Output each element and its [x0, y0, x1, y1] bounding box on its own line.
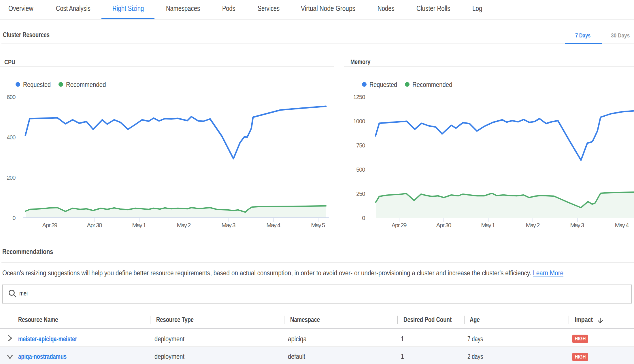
svg-text:May 5: May 5 [311, 222, 325, 228]
svg-text:Apr 30: Apr 30 [87, 222, 102, 228]
svg-text:0: 0 [12, 215, 16, 221]
svg-text:500: 500 [356, 166, 365, 173]
svg-text:May 3: May 3 [222, 222, 236, 228]
svg-text:Apr 29: Apr 29 [392, 222, 407, 228]
svg-text:200: 200 [7, 175, 16, 181]
svg-text:250: 250 [356, 191, 365, 197]
svg-text:May 4: May 4 [615, 222, 629, 228]
svg-text:0: 0 [362, 215, 365, 221]
svg-text:May 2: May 2 [177, 222, 191, 228]
svg-text:May 1: May 1 [132, 222, 146, 228]
svg-text:400: 400 [7, 134, 16, 141]
svg-text:Apr 30: Apr 30 [436, 222, 452, 228]
svg-text:600: 600 [7, 94, 16, 100]
svg-text:1000: 1000 [353, 118, 365, 124]
svg-text:May 3: May 3 [570, 222, 584, 228]
svg-text:750: 750 [356, 142, 365, 149]
svg-text:May 1: May 1 [481, 222, 495, 228]
svg-text:May 2: May 2 [526, 222, 540, 228]
svg-text:May 4: May 4 [267, 222, 281, 228]
svg-text:1250: 1250 [353, 94, 365, 100]
svg-text:Apr 29: Apr 29 [42, 222, 58, 228]
